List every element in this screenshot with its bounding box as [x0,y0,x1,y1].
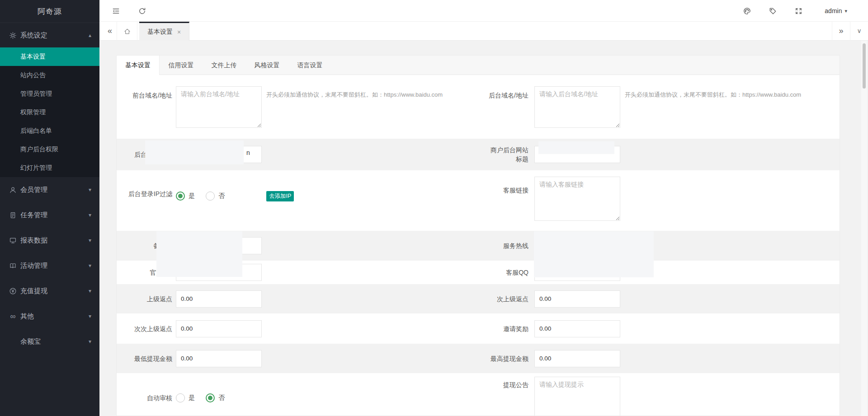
radio-checked-icon[interactable] [206,393,215,402]
sidebar-item-label: 会员管理 [20,186,47,194]
field-label: 客服QQ [473,268,528,277]
field-label: 前台域名/地址 [117,91,172,139]
add-ip-button[interactable]: 去添加IP [266,191,294,201]
radio-unchecked-icon[interactable] [176,393,185,402]
field-label: 最低提现金额 [117,354,172,363]
grandparent-rebate-input[interactable] [534,290,620,308]
caret-down-icon: ▾ [89,212,91,218]
scrollbar-thumb[interactable] [863,43,866,89]
form-row-auto-audit: 自动审核 是 否 提现公告 [117,373,840,416]
sidebar-item-member-management[interactable]: 会员管理 ▾ [0,177,99,202]
form-row-rebate-2: 次次上级返点 邀请奖励 [117,313,840,344]
field-label: 后台登录IP过滤 [125,189,172,231]
invite-reward-input[interactable] [534,320,620,337]
book-icon [9,262,17,270]
sidebar-item-admin-management[interactable]: 管理员管理 [0,84,99,103]
field-label: 次上级返点 [473,294,528,304]
sidebar-item-site-notice[interactable]: 站内公告 [0,66,99,84]
close-tab-icon[interactable]: × [177,28,181,36]
theme-palette-icon[interactable] [743,7,751,15]
home-tab[interactable] [117,22,137,41]
sidebar-item-basic-settings[interactable]: 基本设置 [0,47,99,66]
sidebar-item-label: 其他 [20,312,34,321]
sidebar-item-label: 活动管理 [20,262,47,270]
sidebar-item-label: 充值提现 [20,287,47,295]
front-domain-textarea[interactable] [176,86,262,128]
sidebar-item-other[interactable]: ∞ 其他 ▾ [0,304,99,329]
sidebar-item-merchant-permission[interactable]: 商户后台权限 [0,140,99,159]
tab-file-upload[interactable]: 文件上传 [203,56,245,75]
sidebar-submenu: 基本设置 站内公告 管理员管理 权限管理 后端白名单 商户后台权限 幻灯片管理 [0,47,99,177]
ip-filter-yes-option[interactable]: 是 [176,192,195,201]
tag-icon[interactable] [769,7,777,15]
auto-audit-yes-option[interactable]: 是 [176,393,195,402]
caret-down-icon: ▾ [89,237,91,243]
field-label: 商户后台网站标题 [490,145,528,164]
tab-credit-settings[interactable]: 信用设置 [160,56,203,75]
monitor-icon [9,237,17,244]
sidebar-item-activity-management[interactable]: 活动管理 ▾ [0,253,99,278]
page-tab-bar: « 基本设置 × » ∨ [99,22,868,41]
sidebar-item-recharge-withdraw[interactable]: 充值提现 ▾ [0,278,99,304]
sidebar-item-report-data[interactable]: 报表数据 ▾ [0,228,99,253]
gear-icon [9,32,17,39]
redaction-overlay [156,231,242,277]
tabs-menu-icon[interactable]: ∨ [850,22,868,41]
document-icon [9,211,17,219]
back-domain-textarea[interactable] [534,86,620,128]
field-label: 最高提现金额 [473,354,528,363]
sidebar-item-backend-whitelist[interactable]: 后端白名单 [0,122,99,140]
form-row-domains: 前台域名/地址 开头必须加通信协议，末尾不要留斜杠。如：https://www.… [117,75,840,139]
active-page-tab[interactable]: 基本设置 × [139,22,189,41]
sidebar-item-label: 系统设定 [20,31,47,40]
fullscreen-icon[interactable] [794,7,803,15]
sidebar-parent-list: 会员管理 ▾ 任务管理 ▾ 报表数据 ▾ 活动管理 ▾ [0,177,99,354]
user-menu[interactable]: admin ▾ [825,7,847,14]
min-withdraw-input[interactable] [176,350,262,367]
sidebar-item-system-settings[interactable]: 系统设定 ▴ [0,23,99,47]
sidebar-item-permission-management[interactable]: 权限管理 [0,103,99,122]
refresh-icon[interactable] [138,7,146,15]
caret-down-icon: ▾ [89,313,91,319]
tab-basic-settings[interactable]: 基本设置 [117,56,160,75]
form-row-rebate-1: 上级返点 次上级返点 [117,284,840,313]
yen-coin-icon [9,287,17,295]
tabs-scroll-right-icon[interactable]: » [832,22,850,41]
redaction-overlay [145,140,244,164]
sidebar-item-label: 报表数据 [20,236,47,245]
withdraw-notice-textarea[interactable] [534,377,620,416]
caret-down-icon: ▾ [844,8,847,14]
radio-checked-icon[interactable] [176,192,185,201]
sidebar-item-label: 余额宝 [20,337,41,346]
header-right-actions: admin ▾ [743,0,847,22]
max-withdraw-input[interactable] [534,350,620,367]
tabs-scroll-left-icon[interactable]: « [103,22,117,41]
settings-card: 基本设置 信用设置 文件上传 风格设置 语言设置 n 前台域名/地址 开头必须加… [116,55,840,416]
field-label: 上级返点 [117,294,172,304]
form-row-withdraw-limits: 最低提现金额 最高提现金额 [117,344,840,373]
field-label: 自动审核 [117,393,172,416]
settings-tabs: 基本设置 信用设置 文件上传 风格设置 语言设置 [117,56,840,75]
radio-unchecked-icon[interactable] [206,192,215,201]
ip-filter-no-option[interactable]: 否 [206,192,225,201]
field-label: 服务热线 [473,241,528,250]
parent-rebate-input[interactable] [176,290,262,308]
sidebar-item-yuebao[interactable]: 余额宝 ▾ [0,329,99,354]
sidebar-item-label: 任务管理 [20,211,47,220]
tab-label: 基本设置 [147,28,173,36]
collapse-sidebar-icon[interactable] [112,7,120,15]
field-label: 提现公告 [473,380,528,416]
caret-down-icon: ▾ [89,288,91,294]
infinity-icon: ∞ [9,313,17,320]
sidebar-item-slideshow-management[interactable]: 幻灯片管理 [0,159,99,177]
tab-style-settings[interactable]: 风格设置 [245,56,288,75]
tab-language-settings[interactable]: 语言设置 [288,56,331,75]
sidebar-item-task-management[interactable]: 任务管理 ▾ [0,202,99,228]
username: admin [825,7,842,14]
redaction-overlay [534,231,654,277]
great-grandparent-rebate-input[interactable] [176,320,262,337]
caret-down-icon: ▾ [89,338,91,345]
caret-down-icon: ▾ [89,262,91,269]
auto-audit-no-option[interactable]: 否 [206,393,225,402]
service-link-textarea[interactable] [534,177,620,221]
